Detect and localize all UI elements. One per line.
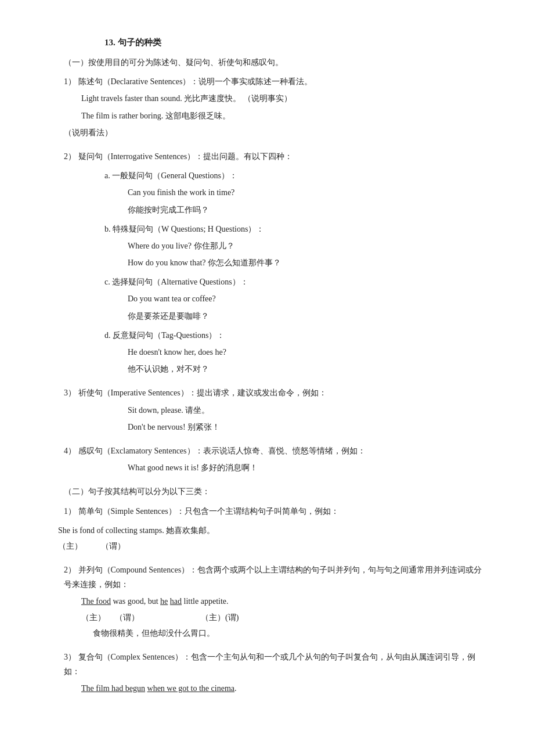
interrogative-c-label: c. 选择疑问句（Alternative Questions）： xyxy=(58,275,488,289)
compound-rest: little appetite. xyxy=(182,597,228,606)
exclamatory-label: 4） 感叹句（Exclamatory Sentences）：表示说话人惊奇、喜悦… xyxy=(58,444,488,458)
exclamatory-ex1: What good news it is! 多好的消息啊！ xyxy=(58,460,488,475)
interrogative-c-ex1: Do you want tea or coffee? xyxy=(58,291,488,306)
interrogative-d-ex1: He doesn't know her, does he? xyxy=(58,345,488,359)
compound-subject2: （主）(谓) xyxy=(201,610,247,625)
compound-subject1: （主） xyxy=(81,610,110,625)
imperative-ex2: Don't be nervous! 别紧张！ xyxy=(58,420,488,434)
compound-was: was good, but xyxy=(111,597,160,606)
interrogative-b-label: b. 特殊疑问句（W Questions; H Questions）： xyxy=(58,222,488,236)
simple-predicate-label: （谓） xyxy=(101,539,125,553)
imperative-label: 3） 祈使句（Imperative Sentences）：提出请求，建议或发出命… xyxy=(58,386,488,400)
interrogative-b-ex2: How do you know that? 你怎么知道那件事？ xyxy=(58,255,488,270)
page-content: 13. 句子的种类 （一）按使用目的可分为陈述句、疑问句、祈使句和感叹句。 1）… xyxy=(0,0,534,731)
compound-predicate1: （谓） xyxy=(115,610,161,625)
complex-when-clause-underline: when we got to the cinema xyxy=(147,684,234,693)
interrogative-c-ex2: 你是要茶还是要咖啡？ xyxy=(58,309,488,323)
declarative-ex1: Light travels faster than sound. 光比声速度快。… xyxy=(58,91,488,106)
interrogative-b-ex1: Where do you live? 你住那儿？ xyxy=(58,239,488,253)
complex-the-film-underline: The film had begun xyxy=(81,684,145,693)
interrogative-label: 2） 疑问句（Interrogative Sentences）：提出问题。有以下… xyxy=(58,149,488,164)
declarative-ex3: （说明看法） xyxy=(58,125,488,140)
interrogative-d-label: d. 反意疑问句（Tag-Questions）： xyxy=(58,328,488,343)
imperative-ex1: Sit down, please. 请坐。 xyxy=(58,403,488,417)
complex-ex1: The film had begun when we got to the ci… xyxy=(58,681,488,696)
complex-label: 3） 复合句（Complex Sentences）：包含一个主句从句和一个或几个… xyxy=(58,650,488,679)
compound-had-underline: had xyxy=(170,597,182,606)
interrogative-a-label: a. 一般疑问句（General Questions）： xyxy=(58,168,488,183)
compound-translation: 食物很精美，但他却没什么胃口。 xyxy=(58,626,488,640)
complex-period: . xyxy=(234,684,237,693)
simple-label: 1） 简单句（Simple Sentences）：只包含一个主谓结构句子叫简单句… xyxy=(58,504,488,519)
interrogative-a-ex1: Can you finish the work in time? xyxy=(58,185,488,200)
interrogative-d-ex2: 他不认识她，对不对？ xyxy=(58,362,488,376)
simple-labels-row: （主） （谓） xyxy=(58,539,488,553)
structure-intro: （二）句子按其结构可以分为以下三类： xyxy=(58,484,488,499)
compound-labels-row: （主） （谓） （主）(谓) xyxy=(58,610,488,625)
compound-label: 2） 并列句（Compound Sentences）：包含两个或两个以上主谓结构… xyxy=(58,563,488,592)
compound-ex1: The food was good, but he had little app… xyxy=(58,594,488,609)
declarative-ex2: The film is rather boring. 这部电影很乏味。 xyxy=(58,109,488,123)
section-one-intro: （一）按使用目的可分为陈述句、疑问句、祈使句和感叹句。 xyxy=(58,55,488,70)
declarative-label: 1） 陈述句（Declarative Sentences）：说明一个事实或陈述一… xyxy=(58,74,488,89)
interrogative-a-ex2: 你能按时完成工作吗？ xyxy=(58,203,488,217)
section-title: 13. 句子的种类 xyxy=(58,35,488,51)
compound-food-underline: The food xyxy=(81,597,111,606)
compound-he-underline: he xyxy=(160,597,168,606)
simple-subject-label: （主） xyxy=(58,539,82,553)
simple-ex1: She is fond of collecting stamps. 她喜欢集邮。 xyxy=(58,523,488,538)
